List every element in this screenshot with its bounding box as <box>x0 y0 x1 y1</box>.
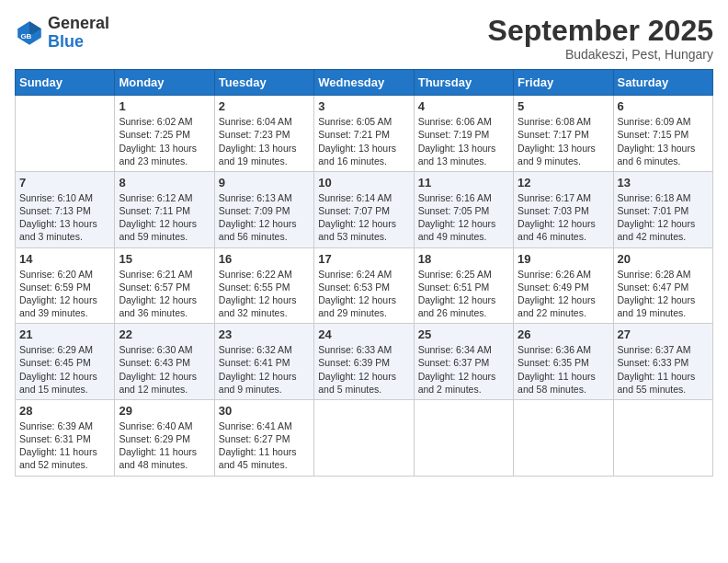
header-row: SundayMondayTuesdayWednesdayThursdayFrid… <box>16 70 713 96</box>
calendar-header: SundayMondayTuesdayWednesdayThursdayFrid… <box>16 70 713 96</box>
day-header-monday: Monday <box>115 70 214 96</box>
day-cell <box>613 399 712 476</box>
logo-icon: GB <box>15 18 44 48</box>
day-number: 16 <box>219 252 310 266</box>
logo-blue: Blue <box>48 32 84 51</box>
day-info: Sunrise: 6:09 AMSunset: 7:15 PMDaylight:… <box>618 115 709 167</box>
title-block: September 2025 Budakeszi, Pest, Hungary <box>488 15 713 62</box>
day-header-tuesday: Tuesday <box>214 70 313 96</box>
day-number: 24 <box>318 327 409 341</box>
day-cell: 26Sunrise: 6:36 AMSunset: 6:35 PMDayligh… <box>514 324 613 400</box>
day-number: 25 <box>418 327 509 341</box>
day-number: 7 <box>19 176 110 190</box>
day-number: 17 <box>318 252 409 266</box>
day-info: Sunrise: 6:04 AMSunset: 7:23 PMDaylight:… <box>219 115 310 167</box>
day-cell: 21Sunrise: 6:29 AMSunset: 6:45 PMDayligh… <box>16 324 115 400</box>
day-number: 3 <box>318 99 409 113</box>
day-number: 2 <box>219 99 310 113</box>
day-number: 23 <box>219 327 310 341</box>
calendar-table: SundayMondayTuesdayWednesdayThursdayFrid… <box>15 69 713 476</box>
day-info: Sunrise: 6:37 AMSunset: 6:33 PMDaylight:… <box>618 343 709 396</box>
day-info: Sunrise: 6:39 AMSunset: 6:31 PMDaylight:… <box>19 419 110 472</box>
day-info: Sunrise: 6:41 AMSunset: 6:27 PMDaylight:… <box>219 419 310 472</box>
day-info: Sunrise: 6:24 AMSunset: 6:53 PMDaylight:… <box>318 268 409 320</box>
day-info: Sunrise: 6:26 AMSunset: 6:49 PMDaylight:… <box>518 268 609 320</box>
day-number: 11 <box>418 176 509 190</box>
day-cell: 30Sunrise: 6:41 AMSunset: 6:27 PMDayligh… <box>214 399 313 476</box>
day-info: Sunrise: 6:17 AMSunset: 7:03 PMDaylight:… <box>518 191 609 244</box>
day-cell: 28Sunrise: 6:39 AMSunset: 6:31 PMDayligh… <box>16 399 115 476</box>
day-header-friday: Friday <box>514 70 613 96</box>
day-cell: 14Sunrise: 6:20 AMSunset: 6:59 PMDayligh… <box>16 247 115 324</box>
day-number: 21 <box>19 327 110 341</box>
day-number: 18 <box>418 252 509 266</box>
day-info: Sunrise: 6:33 AMSunset: 6:39 PMDaylight:… <box>318 343 409 396</box>
logo: GB General Blue <box>15 15 109 52</box>
day-cell <box>514 399 613 476</box>
day-info: Sunrise: 6:08 AMSunset: 7:17 PMDaylight:… <box>518 115 609 167</box>
day-info: Sunrise: 6:05 AMSunset: 7:21 PMDaylight:… <box>318 115 409 167</box>
day-number: 19 <box>518 252 609 266</box>
day-cell: 2Sunrise: 6:04 AMSunset: 7:23 PMDaylight… <box>214 96 313 172</box>
day-cell <box>314 399 414 476</box>
day-cell: 3Sunrise: 6:05 AMSunset: 7:21 PMDaylight… <box>314 96 414 172</box>
day-info: Sunrise: 6:02 AMSunset: 7:25 PMDaylight:… <box>119 115 210 167</box>
week-row: 1Sunrise: 6:02 AMSunset: 7:25 PMDaylight… <box>16 96 713 172</box>
day-info: Sunrise: 6:34 AMSunset: 6:37 PMDaylight:… <box>418 343 509 396</box>
day-cell: 16Sunrise: 6:22 AMSunset: 6:55 PMDayligh… <box>214 247 313 324</box>
day-cell: 29Sunrise: 6:40 AMSunset: 6:29 PMDayligh… <box>115 399 214 476</box>
day-cell: 1Sunrise: 6:02 AMSunset: 7:25 PMDaylight… <box>115 96 214 172</box>
day-cell: 18Sunrise: 6:25 AMSunset: 6:51 PMDayligh… <box>414 247 513 324</box>
day-cell: 22Sunrise: 6:30 AMSunset: 6:43 PMDayligh… <box>115 324 214 400</box>
day-number: 10 <box>318 176 409 190</box>
day-number: 27 <box>618 327 709 341</box>
day-cell: 17Sunrise: 6:24 AMSunset: 6:53 PMDayligh… <box>314 247 414 324</box>
day-info: Sunrise: 6:22 AMSunset: 6:55 PMDaylight:… <box>219 268 310 320</box>
day-cell: 25Sunrise: 6:34 AMSunset: 6:37 PMDayligh… <box>414 324 513 400</box>
month-title: September 2025 <box>488 15 713 47</box>
day-number: 20 <box>618 252 709 266</box>
day-number: 15 <box>119 252 210 266</box>
week-row: 28Sunrise: 6:39 AMSunset: 6:31 PMDayligh… <box>16 399 713 476</box>
day-cell <box>414 399 513 476</box>
day-number: 22 <box>119 327 210 341</box>
day-info: Sunrise: 6:36 AMSunset: 6:35 PMDaylight:… <box>518 343 609 396</box>
week-row: 7Sunrise: 6:10 AMSunset: 7:13 PMDaylight… <box>16 171 713 247</box>
day-info: Sunrise: 6:13 AMSunset: 7:09 PMDaylight:… <box>219 191 310 244</box>
day-cell: 6Sunrise: 6:09 AMSunset: 7:15 PMDaylight… <box>613 96 712 172</box>
day-number: 12 <box>518 176 609 190</box>
day-header-wednesday: Wednesday <box>314 70 414 96</box>
day-number: 26 <box>518 327 609 341</box>
calendar-body: 1Sunrise: 6:02 AMSunset: 7:25 PMDaylight… <box>16 96 713 476</box>
day-info: Sunrise: 6:28 AMSunset: 6:47 PMDaylight:… <box>618 268 709 320</box>
day-header-sunday: Sunday <box>16 70 115 96</box>
day-number: 29 <box>119 404 210 418</box>
day-cell: 13Sunrise: 6:18 AMSunset: 7:01 PMDayligh… <box>613 171 712 247</box>
day-cell: 12Sunrise: 6:17 AMSunset: 7:03 PMDayligh… <box>514 171 613 247</box>
day-cell: 11Sunrise: 6:16 AMSunset: 7:05 PMDayligh… <box>414 171 513 247</box>
day-cell: 19Sunrise: 6:26 AMSunset: 6:49 PMDayligh… <box>514 247 613 324</box>
day-number: 6 <box>618 99 709 113</box>
day-number: 1 <box>119 99 210 113</box>
day-info: Sunrise: 6:20 AMSunset: 6:59 PMDaylight:… <box>19 268 110 320</box>
day-number: 8 <box>119 176 210 190</box>
day-number: 13 <box>618 176 709 190</box>
day-cell <box>16 96 115 172</box>
location-subtitle: Budakeszi, Pest, Hungary <box>488 47 713 62</box>
day-header-thursday: Thursday <box>414 70 513 96</box>
day-cell: 20Sunrise: 6:28 AMSunset: 6:47 PMDayligh… <box>613 247 712 324</box>
day-number: 9 <box>219 176 310 190</box>
day-cell: 27Sunrise: 6:37 AMSunset: 6:33 PMDayligh… <box>613 324 712 400</box>
day-cell: 4Sunrise: 6:06 AMSunset: 7:19 PMDaylight… <box>414 96 513 172</box>
day-info: Sunrise: 6:25 AMSunset: 6:51 PMDaylight:… <box>418 268 509 320</box>
day-info: Sunrise: 6:21 AMSunset: 6:57 PMDaylight:… <box>119 268 210 320</box>
logo-text: General Blue <box>48 15 109 52</box>
day-cell: 24Sunrise: 6:33 AMSunset: 6:39 PMDayligh… <box>314 324 414 400</box>
day-info: Sunrise: 6:10 AMSunset: 7:13 PMDaylight:… <box>19 191 110 244</box>
day-info: Sunrise: 6:32 AMSunset: 6:41 PMDaylight:… <box>219 343 310 396</box>
day-info: Sunrise: 6:18 AMSunset: 7:01 PMDaylight:… <box>618 191 709 244</box>
day-info: Sunrise: 6:16 AMSunset: 7:05 PMDaylight:… <box>418 191 509 244</box>
day-cell: 7Sunrise: 6:10 AMSunset: 7:13 PMDaylight… <box>16 171 115 247</box>
week-row: 21Sunrise: 6:29 AMSunset: 6:45 PMDayligh… <box>16 324 713 400</box>
day-info: Sunrise: 6:12 AMSunset: 7:11 PMDaylight:… <box>119 191 210 244</box>
